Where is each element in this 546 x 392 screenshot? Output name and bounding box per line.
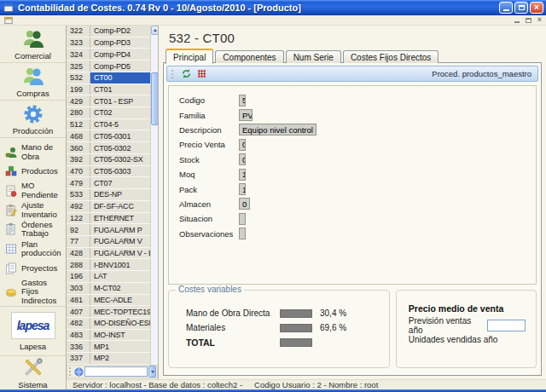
moq-field[interactable]: 1 [239,169,246,181]
list-item[interactable]: 322 Comp-PD2 [67,26,150,37]
list-item[interactable]: 483 MO-INST [67,330,150,342]
tab-componentes[interactable]: Componentes [215,50,283,63]
tab-costes-fijos-directos[interactable]: Costes Fijos Directos [343,50,439,63]
list-scrollbar[interactable] [150,26,158,365]
product-id: 392 [67,154,90,165]
pack-field[interactable]: 1 [239,183,246,195]
tab-principal[interactable]: Principal [166,49,213,64]
list-item[interactable]: 325 Comp-PD5 [67,61,150,72]
refresh-icon[interactable] [181,68,192,79]
sidebar: Comercial Compras Producción [0,26,67,389]
restore-icon [519,5,525,10]
sidebar-item[interactable]: Órdenes Trabajo [0,220,66,239]
list-item[interactable]: 324 Comp-PD4 [67,49,150,61]
sidebar-item[interactable]: Plan producción [0,239,66,259]
product-name: MEC-TOPTEC194F [90,306,150,317]
projects-docs-icon [4,262,18,275]
prevision-ventas-input[interactable] [487,320,526,331]
list-item[interactable]: 392 CT05-0302-SX [67,154,150,166]
list-item[interactable]: 288 I-BNV1001 [67,259,150,271]
list-item[interactable]: 77 FUGALARM V [67,236,150,248]
mdi-restore-icon[interactable] [526,18,531,23]
field-label: Precio Venta [179,140,239,149]
situacion-field[interactable] [239,213,246,225]
minimize-button[interactable] [499,2,513,14]
product-id: 492 [67,201,90,212]
form-row: Observaciones [179,227,444,241]
worker-icon [4,146,18,159]
list-item[interactable]: 429 CT01 - ESP [67,95,150,107]
product-name: CT02 [90,107,150,118]
product-id: 468 [67,130,90,141]
list-item[interactable]: 470 CT05-0303 [67,166,150,178]
product-name: FUGALARM V - ESP [90,248,150,259]
familia-field[interactable]: PV-NV-CAPACITIV [239,109,253,121]
sidebar-item-produccion[interactable]: Producción [0,101,66,138]
product-name: Comp-PD5 [90,61,150,72]
mdi-child-icon [4,16,13,25]
sidebar-item[interactable]: MO Pendiente [0,181,66,200]
product-id: 77 [67,236,90,247]
scroll-down-button[interactable] [148,366,156,378]
sidebar-item[interactable]: Mano de Obra [0,142,66,162]
list-item[interactable]: 479 CT07 [67,177,150,189]
field-label: Situacion [179,214,239,223]
field-label: Moq [179,170,239,179]
prevision-row: Previsión ventas año [409,318,526,332]
costes-rows: Mano de Obra Directa 30,4 % Materiales 6… [169,291,389,349]
product-id: 92 [67,224,90,235]
form-row: Moq 1 [179,167,225,182]
list-item[interactable]: 122 ETHERNET [67,213,150,225]
product-name: MO-INST [90,330,150,341]
list-item[interactable]: 407 MEC-TOPTEC194F [67,306,150,318]
tab-num-serie[interactable]: Num Serie [286,50,341,63]
list-item[interactable]: 468 CT05-0301 [67,130,150,142]
sidebar-item-sistema[interactable]: Sistema [0,356,66,389]
close-button[interactable]: × [530,2,543,14]
list-item[interactable]: 512 CT04-5 [67,119,150,131]
list-item[interactable]: 428 FUGALARM V - ESP [67,248,150,260]
list-item[interactable]: 199 CT01 [67,84,150,96]
list-item[interactable]: 336 MP1 [67,341,150,353]
refresh-globe-icon[interactable] [74,367,84,377]
mdi-minimize-icon[interactable] [514,21,520,23]
list-item[interactable]: 533 DES-NP [67,189,150,201]
descripcion-field[interactable]: Equipo nivel control [239,124,317,135]
workorders-clipboard-icon [4,222,18,236]
product-id: 479 [67,177,90,188]
list-item[interactable]: 360 CT05-0302 [67,142,150,154]
sidebar-item[interactable]: Proyectos [0,259,66,278]
sidebar-item-comercial[interactable]: Comercial [0,26,66,63]
list-item[interactable]: 303 M-CT02 [67,283,150,295]
product-name: CT01 - ESP [90,95,150,107]
list-item[interactable]: 337 MP2 [67,353,150,365]
observaciones-field[interactable] [239,228,246,239]
sidebar-item[interactable]: Productos [0,162,66,181]
sidebar-item[interactable]: Ajuste Inventario [0,200,66,220]
almacen-field[interactable]: 0 [239,198,250,210]
product-name: CT05-0303 [90,166,150,177]
precio-venta-field[interactable]: 0,00000 [239,139,246,151]
stock-field[interactable]: 0,00000 [239,153,246,165]
sidebar-item-compras[interactable]: Compras [0,63,66,101]
product-name: LAT [90,271,150,282]
sidebar-item-label: Sistema [18,380,47,389]
cost-label: Mano de Obra Directa [186,308,280,318]
list-item[interactable]: 481 MEC-ADLE [67,295,150,307]
list-item[interactable]: 323 Comp-PD3 [67,37,150,49]
mdi-close-icon[interactable]: × [537,16,542,24]
list-item[interactable]: 492 DF-SF-ACC [67,201,150,213]
sidebar-item-lapesa[interactable]: lapesa Lapesa [0,306,66,356]
restore-button[interactable] [514,2,528,14]
form-row: Precio Venta 0,00000 [179,137,225,152]
list-item[interactable]: 92 FUGALARM P [67,224,150,236]
codigo-field[interactable]: 532 [239,95,246,107]
list-item[interactable]: 482 MO-DISEÑO-ESP [67,318,150,330]
list-item[interactable]: 532 CT00 [67,72,150,84]
sidebar-item[interactable]: Gastos Fijos Indirectos [0,278,66,306]
search-input[interactable] [84,366,148,377]
list-item[interactable]: 196 LAT [67,271,150,283]
list-item[interactable]: 280 CT02 [67,107,150,119]
sidebar-item-label: Compras [16,89,49,98]
grid-icon[interactable] [196,68,207,79]
